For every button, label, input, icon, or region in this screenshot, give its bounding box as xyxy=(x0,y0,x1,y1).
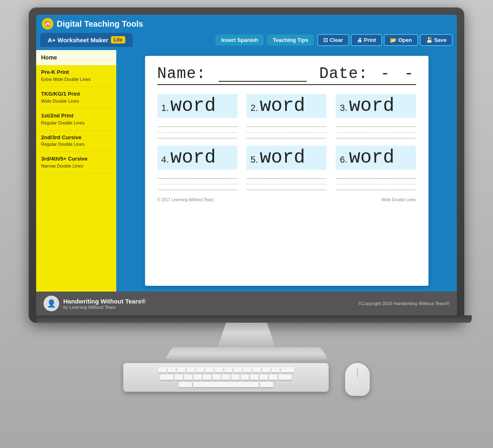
name-line xyxy=(219,79,307,82)
word-box-1[interactable]: 1. word xyxy=(157,94,237,118)
word-cell-2: 2. word xyxy=(246,94,327,138)
key xyxy=(158,367,166,373)
page-wrapper: 🏠 Digital Teaching Tools A+ Worksheet Ma… xyxy=(0,0,493,448)
writing-line xyxy=(246,186,327,190)
word-cell-4: 4. word xyxy=(157,146,237,190)
writing-lines-4 xyxy=(157,175,237,190)
writing-line xyxy=(246,123,327,127)
save-icon: 💾 xyxy=(426,37,433,43)
writing-line xyxy=(246,134,327,138)
key-wide xyxy=(160,374,173,380)
save-label: Save xyxy=(434,37,447,43)
footer-logo-icon: 👤 xyxy=(44,296,59,311)
print-label: Print xyxy=(364,37,376,43)
word-cell-1: 1. word xyxy=(157,94,237,138)
key xyxy=(269,374,277,380)
writing-line xyxy=(157,186,237,190)
sidebar-item-3rd4th[interactable]: 3rd/4th/5+ Cursive Narrow Double Lines xyxy=(36,152,116,174)
key xyxy=(262,367,270,373)
key-wide xyxy=(279,374,292,380)
top-bar: 🏠 Digital Teaching Tools xyxy=(36,15,457,33)
app-title: Digital Teaching Tools xyxy=(57,19,143,29)
app-footer: 👤 Handwriting Without Tears® by Learning… xyxy=(36,292,457,315)
open-button[interactable]: 📂 Open xyxy=(384,34,418,46)
key xyxy=(243,367,251,373)
app-tab[interactable]: A+ Worksheet Maker Lite xyxy=(40,33,133,47)
footer-logo: 👤 Handwriting Without Tears® by Learning… xyxy=(44,296,146,311)
clear-button[interactable]: ⊡ Clear xyxy=(317,34,349,46)
footer-line-type: Wide Double Lines xyxy=(382,198,416,202)
word-cell-5: 5. word xyxy=(246,146,327,190)
word-box-2[interactable]: 2. word xyxy=(246,94,327,118)
monitor-stand-neck xyxy=(205,323,288,347)
toolbar: A+ Worksheet Maker Lite Insert Spanish T… xyxy=(36,33,457,50)
key xyxy=(241,374,249,380)
word-number-3: 3. xyxy=(340,103,347,113)
key xyxy=(253,367,261,373)
app-name: A+ Worksheet Maker xyxy=(48,37,108,44)
writing-lines-3 xyxy=(336,123,416,138)
word-box-3[interactable]: 3. word xyxy=(336,94,416,118)
word-text-3: word xyxy=(349,96,394,115)
writing-line xyxy=(336,134,416,138)
key xyxy=(203,374,211,380)
key xyxy=(196,367,204,373)
sidebar-item-2nd3rd[interactable]: 2nd/3rd Cursive Regular Double Lines xyxy=(36,131,116,152)
word-number-5: 5. xyxy=(251,155,258,164)
sidebar-item-home[interactable]: Home xyxy=(36,50,116,65)
key-wide xyxy=(260,382,273,388)
worksheet-footer: © 2017 Learning Without Tears Wide Doubl… xyxy=(157,198,416,202)
clear-icon: ⊡ xyxy=(323,37,328,43)
writing-line xyxy=(157,123,237,127)
word-text-6: word xyxy=(349,148,394,167)
writing-line-dashed xyxy=(157,129,237,133)
word-box-4[interactable]: 4. word xyxy=(157,146,237,170)
key xyxy=(250,374,258,380)
writing-line-dashed xyxy=(246,180,327,184)
word-number-2: 2. xyxy=(251,103,258,113)
writing-line-dashed xyxy=(336,129,416,133)
key xyxy=(194,374,202,380)
writing-lines-2 xyxy=(246,123,327,138)
monitor-screen: 🏠 Digital Teaching Tools A+ Worksheet Ma… xyxy=(36,15,457,315)
footer-brand-title: Handwriting Without Tears® xyxy=(63,298,146,305)
key-row-1 xyxy=(158,367,294,373)
print-button[interactable]: 🖨 Print xyxy=(351,34,382,46)
keyboard[interactable] xyxy=(123,363,329,392)
right-buttons: ⊡ Clear 🖨 Print 📂 Open 💾 Save xyxy=(317,34,453,46)
writing-line xyxy=(157,134,237,138)
open-label: Open xyxy=(398,37,412,43)
writing-line-dashed xyxy=(157,180,237,184)
word-box-6[interactable]: 6. word xyxy=(336,146,416,170)
word-box-5[interactable]: 5. word xyxy=(246,146,327,170)
key xyxy=(234,367,242,373)
monitor: 🏠 Digital Teaching Tools A+ Worksheet Ma… xyxy=(29,7,464,323)
sidebar: Home Pre-K Print Extra Wide Double Lines… xyxy=(36,50,116,292)
save-button[interactable]: 💾 Save xyxy=(420,34,453,46)
sidebar-item-1st2nd[interactable]: 1st/2nd Print Regular Double Lines xyxy=(36,109,116,131)
home-icon: 🏠 xyxy=(42,18,53,30)
key xyxy=(272,367,280,373)
main-content: Home Pre-K Print Extra Wide Double Lines… xyxy=(36,50,457,292)
sidebar-item-prek[interactable]: Pre-K Print Extra Wide Double Lines xyxy=(36,65,116,87)
word-number-6: 6. xyxy=(340,155,347,164)
key-space xyxy=(193,382,259,388)
date-label: Date: xyxy=(319,65,368,83)
writing-line-dashed xyxy=(246,129,327,133)
name-label: Name: xyxy=(157,65,206,83)
insert-spanish-button[interactable]: Insert Spanish xyxy=(215,34,264,46)
key-row-3 xyxy=(179,382,273,388)
writing-line-dashed xyxy=(336,180,416,184)
writing-line xyxy=(336,175,416,179)
print-icon: 🖨 xyxy=(357,37,362,43)
writing-line xyxy=(336,123,416,127)
key-wide xyxy=(179,382,192,388)
key xyxy=(177,367,185,373)
sidebar-item-tkg[interactable]: TKG/KG/1 Print Wide Double Lines xyxy=(36,87,116,109)
key xyxy=(212,374,221,380)
mouse[interactable] xyxy=(345,363,370,396)
open-icon: 📂 xyxy=(390,37,396,43)
writing-line xyxy=(246,175,327,179)
lite-badge: Lite xyxy=(111,36,125,44)
teaching-tips-button[interactable]: Teaching Tips xyxy=(267,34,314,46)
